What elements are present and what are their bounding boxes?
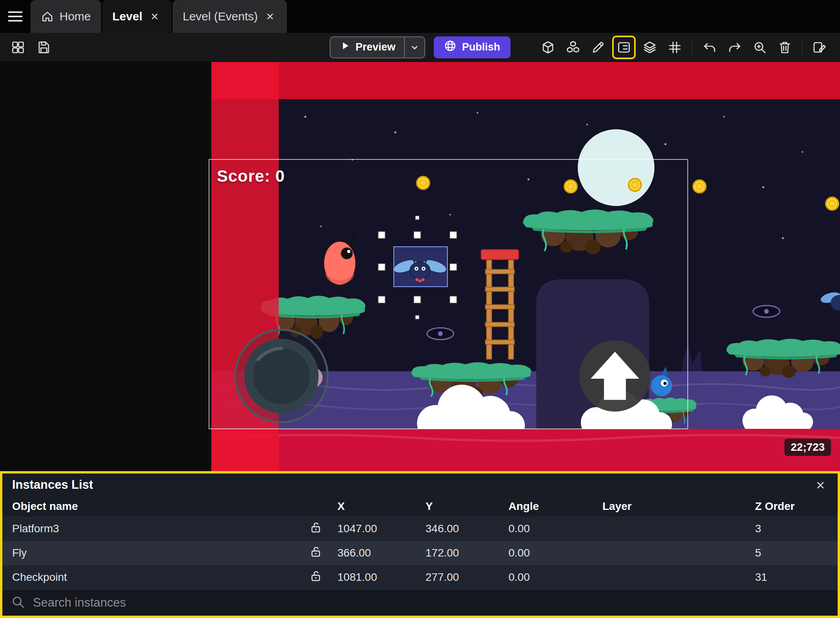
edit-properties-button[interactable] bbox=[587, 36, 609, 58]
col-angle: Angle bbox=[505, 500, 598, 513]
panels-layout-button[interactable] bbox=[7, 36, 29, 58]
moon[interactable] bbox=[578, 129, 654, 206]
search-icon bbox=[11, 595, 25, 611]
grid-button[interactable] bbox=[664, 36, 686, 58]
tab-level-events-label: Level (Events) bbox=[183, 10, 258, 23]
preview-button[interactable]: Preview bbox=[330, 36, 425, 58]
layers-button[interactable] bbox=[639, 36, 661, 58]
instances-search-bar bbox=[2, 589, 838, 616]
level-border-top bbox=[211, 62, 840, 99]
col-object-name: Object name bbox=[12, 500, 298, 513]
col-y: Y bbox=[422, 500, 505, 513]
coordinates-badge: 22;723 bbox=[784, 439, 831, 456]
preview-label: Preview bbox=[355, 41, 395, 53]
editor-toolbar: Preview Publish bbox=[0, 33, 840, 62]
instance-z-order[interactable]: 3 bbox=[751, 522, 838, 535]
level-border-bottom bbox=[211, 429, 840, 471]
tab-level-events[interactable]: Level (Events) bbox=[173, 0, 287, 33]
close-panel-button[interactable] bbox=[813, 477, 828, 493]
play-icon bbox=[339, 40, 351, 54]
instance-name: Platform3 bbox=[12, 522, 298, 535]
tab-home[interactable]: Home bbox=[31, 0, 101, 33]
instance-row-checkpoint[interactable]: Checkpoint 1081.00 277.00 0.00 31 bbox=[2, 565, 838, 589]
score-text: Score: 0 bbox=[217, 167, 285, 186]
instances-list-panel: Instances List Object name X Y Angle Lay… bbox=[0, 471, 840, 618]
tab-bar: Home Level Level (Events) bbox=[0, 0, 840, 33]
tab-home-label: Home bbox=[59, 10, 91, 23]
instance-angle[interactable]: 0.00 bbox=[505, 522, 598, 535]
instance-x[interactable]: 366.00 bbox=[333, 547, 422, 559]
undo-button[interactable] bbox=[699, 36, 721, 58]
instance-name: Checkpoint bbox=[12, 571, 298, 584]
zoom-in-button[interactable] bbox=[749, 36, 771, 58]
joystick-control[interactable] bbox=[235, 330, 328, 422]
delete-button[interactable] bbox=[774, 36, 796, 58]
instance-z-order[interactable]: 5 bbox=[751, 547, 838, 559]
publish-label: Publish bbox=[462, 41, 500, 53]
lock-open-icon[interactable] bbox=[309, 521, 323, 537]
globe-icon bbox=[444, 40, 456, 55]
instance-y[interactable]: 172.00 bbox=[422, 547, 505, 559]
scene-edit-button[interactable] bbox=[809, 36, 831, 58]
preview-options-button[interactable] bbox=[404, 37, 424, 58]
instances-list-button[interactable] bbox=[615, 38, 633, 57]
instance-x[interactable]: 1081.00 bbox=[333, 571, 422, 584]
lock-open-icon[interactable] bbox=[309, 569, 323, 585]
toolbar-separator bbox=[802, 39, 802, 56]
object-groups-button[interactable] bbox=[562, 36, 584, 58]
instance-angle[interactable]: 0.00 bbox=[505, 547, 598, 559]
save-button[interactable] bbox=[33, 36, 55, 58]
instance-y[interactable]: 277.00 bbox=[422, 571, 505, 584]
main-menu-button[interactable] bbox=[0, 0, 31, 33]
fly-enemy-selected[interactable] bbox=[393, 247, 448, 287]
publish-button[interactable]: Publish bbox=[434, 36, 510, 58]
jump-button[interactable] bbox=[579, 340, 651, 412]
redo-button[interactable] bbox=[724, 36, 746, 58]
col-z-order: Z Order bbox=[751, 500, 838, 513]
tab-level-label: Level bbox=[112, 10, 142, 23]
instance-y[interactable]: 346.00 bbox=[422, 522, 505, 535]
app-window: Home Level Level (Events) Preview bbox=[0, 0, 840, 618]
instances-panel-title: Instances List bbox=[12, 478, 93, 492]
instances-table-header: Object name X Y Angle Layer Z Order bbox=[2, 496, 838, 517]
toolbar-separator bbox=[692, 39, 692, 56]
col-layer: Layer bbox=[598, 500, 751, 513]
scene-canvas[interactable]: Score: 0 22;723 bbox=[0, 62, 840, 471]
home-icon bbox=[41, 10, 54, 23]
instance-angle[interactable]: 0.00 bbox=[505, 571, 598, 584]
instance-z-order[interactable]: 31 bbox=[751, 571, 838, 584]
instance-row-platform3[interactable]: Platform3 1047.00 346.00 0.00 3 bbox=[2, 517, 838, 541]
instance-x[interactable]: 1047.00 bbox=[333, 522, 422, 535]
tab-level[interactable]: Level bbox=[102, 0, 171, 33]
objects-cube-button[interactable] bbox=[537, 36, 559, 58]
close-tab-icon[interactable] bbox=[263, 10, 277, 23]
close-tab-icon[interactable] bbox=[148, 10, 161, 23]
instance-name: Fly bbox=[12, 547, 298, 559]
col-x: X bbox=[333, 500, 422, 513]
lock-open-icon[interactable] bbox=[309, 545, 323, 561]
instance-row-fly[interactable]: Fly 366.00 172.00 0.00 5 bbox=[2, 541, 838, 565]
instances-list-highlight bbox=[612, 36, 636, 59]
search-input[interactable] bbox=[33, 596, 829, 610]
